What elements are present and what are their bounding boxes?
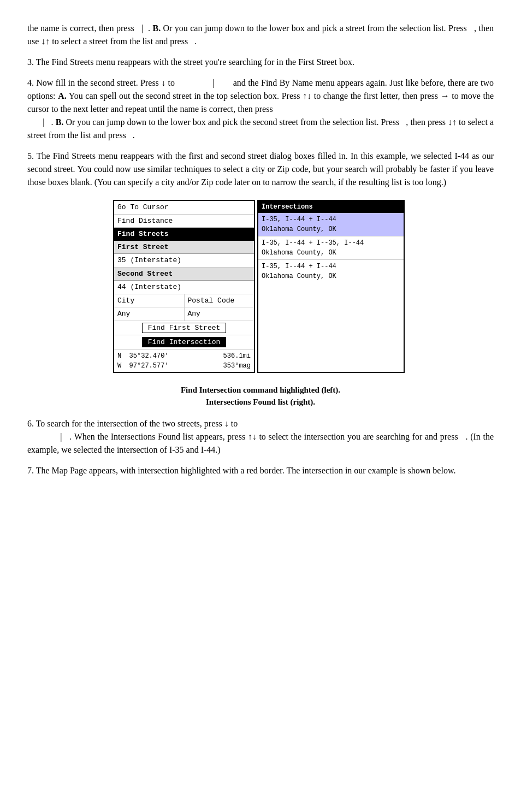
para1-text: the name is correct, then press | . B. O… (27, 23, 494, 46)
intersection-line2-3: Oklahoma County, OK (262, 271, 400, 281)
first-street-label: First Street (114, 241, 254, 254)
second-street-label: Second Street (114, 268, 254, 281)
postal-header: Postal Code (185, 294, 254, 307)
para5-text: 6. To search for the intersection of the… (27, 419, 494, 454)
caption-line1: Find Intersection command highlighted (l… (27, 384, 494, 396)
postal-value[interactable]: Any (185, 307, 254, 321)
find-distance-item[interactable]: Find Distance (114, 215, 254, 228)
w-coord: W 97°27.577' (117, 361, 169, 371)
paragraph-1: the name is correct, then press | . B. O… (27, 22, 494, 48)
para2-text: 3. The Find Streets menu reappears with … (27, 57, 354, 67)
city-value[interactable]: Any (114, 307, 185, 321)
caption-line2: Intersections Found list (right). (27, 396, 494, 408)
second-street-value[interactable]: 44 (Interstate) (114, 281, 254, 294)
find-first-street-row: Find First Street (114, 321, 254, 336)
intersections-panel: Intersections I-35, I--44 + I--44 Oklaho… (257, 200, 405, 373)
ui-screenshot: Go To Cursor Find Distance Find Streets … (113, 200, 408, 373)
find-streets-header[interactable]: Find Streets (114, 228, 254, 241)
find-intersection-row: Find Intersection (114, 335, 254, 350)
city-postal-value-row: Any Any (114, 307, 254, 321)
intersection-line2-1: Oklahoma County, OK (262, 224, 400, 234)
intersection-item-1[interactable]: I-35, I--44 + I--44 Oklahoma County, OK (258, 213, 404, 236)
find-streets-panel: Go To Cursor Find Distance Find Streets … (113, 200, 255, 373)
ui-caption: Find Intersection command highlighted (l… (27, 384, 494, 408)
magnetic-display: 353°mag (223, 361, 251, 371)
distance-display: 536.1mi (223, 351, 251, 361)
para3-text: 4. Now fill in the second street. Press … (27, 78, 494, 140)
para6-text: 7. The Map Page appears, with intersecti… (27, 466, 455, 475)
coordinates-row: N 35°32.470' W 97°27.577' 536.1mi 353°ma… (114, 350, 254, 372)
w-label: W (117, 362, 121, 370)
coord-right: 536.1mi 353°mag (223, 351, 251, 371)
city-postal-header-row: City Postal Code (114, 294, 254, 308)
first-street-value[interactable]: 35 (Interstate) (114, 254, 254, 268)
intersection-line1-2: I-35, I--44 + I--35, I--44 (262, 238, 400, 248)
paragraph-4: 5. The Find Streets menu reappears with … (27, 150, 494, 189)
paragraph-6: 7. The Map Page appears, with intersecti… (27, 464, 494, 477)
coord-left: N 35°32.470' W 97°27.577' (117, 351, 169, 371)
intersection-item-2[interactable]: I-35, I--44 + I--35, I--44 Oklahoma Coun… (258, 236, 404, 260)
paragraph-2: 3. The Find Streets menu reappears with … (27, 56, 494, 69)
find-intersection-button[interactable]: Find Intersection (142, 337, 227, 347)
intersection-item-3[interactable]: I-35, I--44 + I--44 Oklahoma County, OK (258, 260, 404, 283)
intersection-line1-3: I-35, I--44 + I--44 (262, 262, 400, 271)
dist-unit: mi (243, 352, 251, 360)
w-value: 97°27.577' (129, 362, 169, 370)
intersection-line1-1: I-35, I--44 + I--44 (262, 215, 400, 224)
goto-cursor-item[interactable]: Go To Cursor (114, 201, 254, 215)
mag-value: 353 (223, 362, 235, 370)
intersections-header: Intersections (258, 201, 404, 213)
n-value: 35°32.470' (129, 352, 169, 360)
find-first-street-button[interactable]: Find First Street (142, 323, 227, 333)
para4-text: 5. The Find Streets menu reappears with … (27, 151, 494, 187)
n-coord: N 35°32.470' (117, 351, 169, 361)
paragraph-5: 6. To search for the intersection of the… (27, 417, 494, 457)
dist-value: 536.1 (223, 352, 243, 360)
n-label: N (117, 352, 121, 360)
paragraph-3: 4. Now fill in the second street. Press … (27, 76, 494, 142)
city-header: City (114, 294, 185, 307)
mag-unit: °mag (235, 362, 251, 370)
intersection-line2-2: Oklahoma County, OK (262, 248, 400, 258)
